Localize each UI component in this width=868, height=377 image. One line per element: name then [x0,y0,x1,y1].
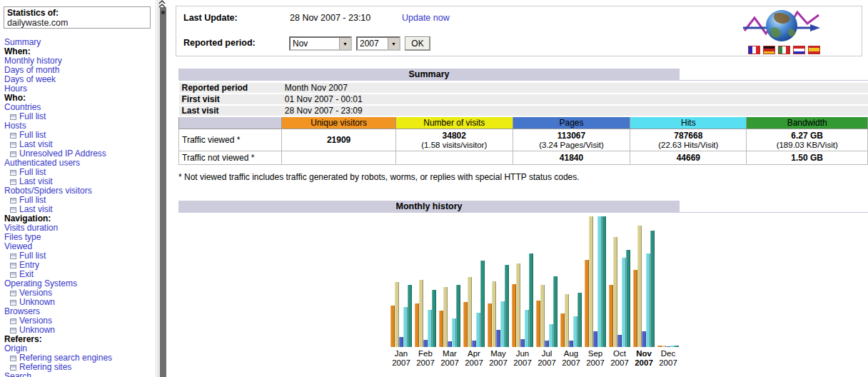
statistics-of-label: Statistics of: [7,8,147,18]
summary-info-value: 01 Nov 2007 - 00:01 [282,94,868,105]
chevron-down-icon[interactable]: ▼ [388,38,399,49]
month-year: 2007 [558,358,584,368]
summary-info-label: Reported period [179,83,282,94]
sidebar-item-label: Last visit [19,176,53,186]
cell-main-value: 1.50 GB [748,153,866,163]
bar-number-of-visits [589,216,593,347]
sidebar-item-label: Days of month [4,65,59,75]
ok-button[interactable]: OK [405,36,430,51]
month-year: 2007 [413,358,438,368]
summary-info-label: First visit [179,94,282,105]
summary-row-label: Traffic viewed * [179,129,282,151]
flag-germany-icon[interactable] [763,46,775,54]
sidebar-item-label: Versions [19,316,52,326]
summary-value-cell: 1.50 GB [747,151,868,164]
bar-number-of-visits [443,287,448,347]
sidebar-item-label: Exit [19,269,34,279]
sidebar-item-search[interactable]: Search [0,372,156,377]
sidebar-item-label: Hours [4,84,27,94]
month-name: Oct [607,349,632,358]
sidebar-item-label: Files type [4,232,41,242]
flag-france-icon[interactable] [748,46,760,54]
sidebar: Statistics of: dailywaste.com SummaryWhe… [0,0,156,377]
bar-bandwidth [577,293,582,347]
list-bullet-icon [10,198,16,203]
summary-footnote: * Not viewed traffic includes traffic ge… [178,172,580,182]
list-bullet-icon [10,179,16,185]
month-label: Oct2007 [607,349,632,368]
bar-group-sep-2007 [585,215,606,347]
cell-sub-value: (189.03 KB/Visit) [748,141,866,149]
column-header-hits: Hits [630,116,747,129]
month-name: Jan [388,349,414,358]
month-label: Apr2007 [461,349,487,368]
list-bullet-icon [10,318,16,324]
summary-info-value: 28 Nov 2007 - 23:09 [282,105,868,116]
bar-bandwidth [650,231,655,347]
report-header: Last Update: 28 Nov 2007 - 23:10 Update … [176,6,862,56]
list-bullet-icon [10,356,16,361]
list-bullet-icon [10,253,16,259]
summary-title: Summary [409,69,450,79]
sidebar-item-label: Unresolved IP Address [19,149,106,159]
sidebar-item-label: Summary [4,37,41,47]
list-bullet-icon [10,328,16,333]
month-year: 2007 [607,358,632,368]
bar-number-of-visits [516,263,520,347]
bar-group-feb-2007 [415,215,436,347]
column-header-pages: Pages [513,116,630,129]
bar-group-jul-2007 [536,215,557,347]
list-bullet-icon [10,272,16,278]
language-flags [748,46,820,54]
scrollbar-thumb[interactable] [160,7,166,377]
bar-bandwidth [456,285,460,347]
sidebar-item-label: Operating Systems [4,278,77,288]
bar-group-oct-2007 [609,215,630,347]
summary-title-bar: Summary [178,69,680,81]
sidebar-item-label: Origin [4,343,27,353]
month-select-value: Nov [293,39,308,49]
month-label: Jul2007 [534,349,560,368]
sidebar-item-label: Full list [19,251,46,261]
sidebar-item-label: Browsers [4,306,40,316]
bar-number-of-visits [637,226,642,347]
year-select[interactable]: 2007 ▼ [356,36,400,51]
sidebar-item-label: Who: [4,93,26,103]
sidebar-item-label: Last visit [19,139,53,149]
summary-info-value: Month Nov 2007 [282,83,868,94]
month-year: 2007 [461,358,487,368]
month-select[interactable]: Nov ▼ [289,36,352,51]
sidebar-item-label: Countries [4,102,41,112]
flag-italy-icon[interactable] [778,46,790,54]
chevron-down-icon[interactable]: ▼ [339,38,350,49]
site-name: dailywaste.com [7,18,147,28]
month-name: Jul [534,349,560,358]
list-bullet-icon [10,114,16,120]
sidebar-item-label: Unknown [19,325,55,335]
bar-bandwidth [529,253,533,347]
bar-group-jun-2007 [512,215,533,347]
month-year: 2007 [485,358,511,368]
bar-group-jan-2007 [390,215,412,347]
cell-sub-value: (1.58 visits/visitor) [398,141,511,149]
sidebar-item-label: Entry [19,260,39,270]
summary-value-cell: 21909 [282,129,395,151]
cell-sub-value: (22.63 Hits/Visit) [632,141,745,149]
list-bullet-icon [10,300,16,306]
flag-netherlands-icon[interactable] [793,46,805,54]
month-label: Sep2007 [582,349,608,368]
summary-info-label: Last visit [179,105,282,116]
sidebar-item-label: Referers: [4,334,42,344]
list-bullet-icon [10,142,16,148]
month-name: Feb [413,349,438,358]
update-now-link[interactable]: Update now [402,13,450,23]
bar-number-of-visits [468,277,472,347]
cell-main-value: 41840 [515,153,629,163]
sidebar-item-label: Versions [19,288,52,298]
summary-value-cell: 787668(22.63 Hits/Visit) [630,129,747,151]
scroll-up-icon[interactable] [158,0,166,8]
sidebar-item-label: Full list [19,167,46,177]
flag-spain-icon[interactable] [808,46,820,54]
month-year: 2007 [655,358,681,368]
list-bullet-icon [10,263,16,268]
